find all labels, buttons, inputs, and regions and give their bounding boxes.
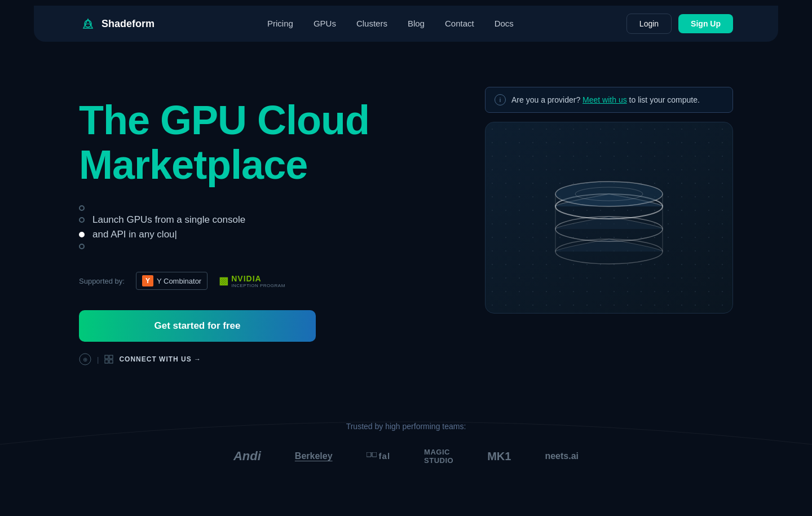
bullet-text-3: and API in any clou| (92, 229, 177, 240)
nvidia-logo: ▩ NVIDIA INCEPTION PROGRAM (219, 274, 285, 288)
info-icon: i (495, 94, 506, 105)
divider: | (97, 355, 99, 364)
trust-logo-mk1: MK1 (487, 450, 511, 463)
navbar: Shadeform Pricing GPUs Clusters Blog Con… (34, 6, 778, 42)
hero-right: i Are you a provider? Meet with us to li… (485, 87, 733, 314)
bullet-dot-2 (79, 217, 85, 223)
trust-logo-fal: fal (367, 451, 391, 462)
slack-icon: ⊕ (79, 353, 91, 365)
nav-link-blog[interactable]: Blog (408, 19, 425, 28)
nav-link-pricing[interactable]: Pricing (267, 19, 293, 28)
fal-icon (367, 452, 377, 460)
bullet-dot-1 (79, 205, 85, 211)
nvidia-text: NVIDIA (231, 274, 261, 283)
supported-label: Supported by: (79, 277, 125, 285)
connect-row: ⊕ | CONNECT WITH US → (79, 353, 369, 365)
provider-banner: i Are you a provider? Meet with us to li… (485, 87, 733, 113)
nvidia-eye-icon: ▩ (219, 275, 228, 287)
svg-point-10 (555, 182, 663, 206)
bullet-4 (79, 244, 369, 249)
provider-text: Are you a provider? Meet with us to list… (511, 95, 700, 104)
nav-links: Pricing GPUs Clusters Blog Contact Docs (267, 19, 514, 29)
ycombinator-logo: Y Y Combinator (136, 272, 208, 290)
logo[interactable]: Shadeform (79, 15, 155, 33)
hero-section: The GPU Cloud Marketplace Launch GPUs fr… (0, 42, 812, 399)
bullet-text-2: Launch GPUs from a single console (92, 214, 245, 226)
trust-logo-berkeley: Berkeley (295, 451, 333, 461)
svg-rect-14 (367, 452, 371, 457)
yc-label: Y Combinator (157, 277, 201, 285)
meet-link[interactable]: Meet with us (582, 95, 627, 104)
svg-rect-6 (109, 360, 113, 363)
nav-link-gpus[interactable]: GPUs (314, 19, 336, 28)
grid-icon (104, 355, 113, 364)
get-started-button[interactable]: Get started for free (79, 310, 316, 342)
signup-button[interactable]: Sign Up (678, 14, 733, 33)
logo-icon (79, 15, 97, 33)
bullet-dot-3 (79, 232, 85, 237)
login-button[interactable]: Login (626, 14, 672, 34)
svg-rect-5 (105, 360, 108, 363)
bullet-1 (79, 205, 369, 211)
trusted-logos: Andi Berkeley fal MAGICSTUDIO MK1 neets.… (79, 448, 733, 465)
svg-rect-15 (372, 452, 377, 457)
yc-box: Y (142, 275, 153, 286)
trusted-section: Trusted by high performing teams: Andi B… (0, 399, 812, 499)
trust-logo-neets: neets.ai (545, 451, 579, 461)
logo-text: Shadeform (102, 18, 155, 30)
trust-logo-andi: Andi (233, 449, 261, 464)
trusted-label: Trusted by high performing teams: (79, 422, 733, 431)
gpu-visual-card (485, 122, 733, 314)
connect-link[interactable]: CONNECT WITH US → (119, 355, 201, 363)
nav-link-docs[interactable]: Docs (495, 19, 514, 28)
nvidia-sub: INCEPTION PROGRAM (231, 283, 285, 288)
nvidia-text-block: NVIDIA INCEPTION PROGRAM (231, 274, 285, 288)
supported-by: Supported by: Y Y Combinator ▩ NVIDIA IN… (79, 272, 369, 290)
svg-rect-3 (105, 355, 108, 359)
hero-title: The GPU Cloud Marketplace (79, 98, 369, 187)
nav-link-clusters[interactable]: Clusters (356, 19, 387, 28)
nav-actions: Login Sign Up (626, 14, 733, 34)
gpu-stack-svg (536, 161, 682, 274)
trust-logo-magic: MAGICSTUDIO (424, 448, 453, 465)
hero-left: The GPU Cloud Marketplace Launch GPUs fr… (79, 87, 369, 365)
bullet-dot-4 (79, 244, 85, 249)
bullet-2: Launch GPUs from a single console (79, 214, 369, 226)
bullet-3: and API in any clou| (79, 229, 369, 240)
svg-rect-4 (109, 355, 113, 359)
svg-text:⊕: ⊕ (83, 356, 87, 363)
hero-bullets: Launch GPUs from a single console and AP… (79, 205, 369, 249)
nav-link-contact[interactable]: Contact (445, 19, 474, 28)
